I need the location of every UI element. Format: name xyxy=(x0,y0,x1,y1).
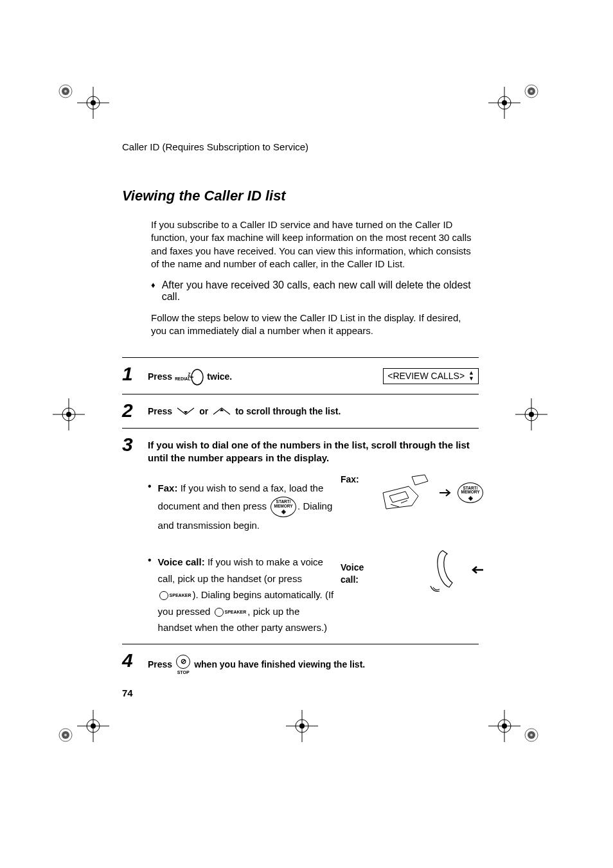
lcd-display: <REVIEW CALLS> ▲▼ xyxy=(383,368,479,384)
cornermark-br xyxy=(524,727,539,743)
svg-line-42 xyxy=(401,500,407,503)
step3-lead: If you wish to dial one of the numbers i… xyxy=(148,439,483,465)
step1-press: Press xyxy=(148,371,172,383)
regmark-ml xyxy=(53,398,85,430)
svg-point-39 xyxy=(530,734,533,736)
svg-point-24 xyxy=(64,734,67,736)
running-header: Caller ID (Requires Subscription to Serv… xyxy=(122,141,479,152)
intro-bullet-text: After you have received 30 calls, each n… xyxy=(162,279,479,303)
lcd-arrows-icon: ▲▼ xyxy=(468,370,474,382)
svg-point-17 xyxy=(66,412,71,417)
bullet-dot-icon: • xyxy=(148,554,152,636)
svg-point-36 xyxy=(502,723,507,729)
fax-label: Fax: xyxy=(158,483,178,493)
regmark-bl xyxy=(77,710,109,742)
step4-rest: when you have finished viewing the list. xyxy=(194,659,365,671)
voice-text-b: ). Dialing begins automatically. xyxy=(192,589,322,600)
cornermark-tl xyxy=(58,84,73,99)
page-number: 74 xyxy=(122,687,133,698)
step2-rest: to scroll through the list. xyxy=(235,405,341,418)
handset-illustration xyxy=(377,547,483,592)
intro-p2: Follow the steps below to view the Calle… xyxy=(151,312,479,338)
step-num-1: 1 xyxy=(122,364,140,384)
intro-bullet: ♦ After you have received 30 calls, each… xyxy=(151,279,479,303)
steps-list: 1 Press Z REDIAL xyxy=(122,357,479,683)
start-memory-button-icon: START/ MEMORY ◈ xyxy=(458,483,483,503)
regmark-br xyxy=(488,710,520,742)
step-1: 1 Press Z REDIAL xyxy=(122,358,479,394)
svg-point-2 xyxy=(64,90,67,93)
voice-side-label-2: call: xyxy=(341,574,370,586)
svg-point-10 xyxy=(502,100,507,105)
intro-p1: If you subscribe to a Caller ID service … xyxy=(151,218,479,270)
intro-block: If you subscribe to a Caller ID service … xyxy=(151,218,479,338)
cornermark-tr xyxy=(524,84,539,99)
start-memory-button-icon: START/ MEMORY ◈ xyxy=(271,497,296,517)
voice-side-label-1: Voice xyxy=(341,562,370,574)
speaker-button-icon: SPEAKER xyxy=(159,591,191,600)
fax-side-label: Fax: xyxy=(341,474,370,486)
lcd-text: <REVIEW CALLS> xyxy=(387,370,465,382)
regmark-tl xyxy=(77,87,109,119)
bullet-dot-icon: • xyxy=(148,480,152,533)
svg-line-41 xyxy=(391,504,399,507)
svg-point-13 xyxy=(530,90,533,93)
svg-point-28 xyxy=(91,723,96,729)
svg-point-21 xyxy=(529,412,534,417)
cornermark-bl xyxy=(58,727,73,743)
section-title: Viewing the Caller ID list xyxy=(122,188,479,204)
fax-text-a: If you wish to send a fax, load the xyxy=(181,483,324,493)
regmark-bc xyxy=(286,710,318,742)
step2-or: or xyxy=(199,405,208,418)
page-content: Caller ID (Requires Subscription to Serv… xyxy=(122,141,479,683)
stop-button-icon: ⊘ STOP xyxy=(176,655,190,675)
step-2: 2 Press or to scroll through the list. xyxy=(122,394,479,429)
speaker-button-icon: SPEAKER xyxy=(215,608,247,617)
step-3: 3 If you wish to dial one of the numbers… xyxy=(122,429,479,644)
step-num-4: 4 xyxy=(122,651,140,670)
step2-press: Press xyxy=(148,405,172,418)
redial-button-icon: Z REDIAL xyxy=(175,368,204,386)
fax-text-c: . xyxy=(298,500,300,511)
up-scroll-icon xyxy=(212,405,231,417)
fax-illustration: START/ MEMORY ◈ xyxy=(377,474,483,512)
arrow-right-icon xyxy=(440,488,452,497)
step-num-3: 3 xyxy=(122,435,140,454)
regmark-mr xyxy=(515,398,547,430)
step-4: 4 Press ⊘ STOP when you have finished vi… xyxy=(122,644,479,683)
svg-point-6 xyxy=(91,100,96,105)
fax-text-b: document and then press xyxy=(158,500,267,511)
svg-point-32 xyxy=(299,723,305,729)
diamond-icon: ♦ xyxy=(151,279,155,303)
voice-label: Voice call: xyxy=(158,556,205,567)
down-scroll-icon xyxy=(176,405,195,417)
step1-twice: twice. xyxy=(207,371,232,383)
regmark-tr xyxy=(488,87,520,119)
arrow-left-icon xyxy=(470,565,483,574)
step4-press: Press xyxy=(148,659,172,671)
step-num-2: 2 xyxy=(122,401,140,420)
